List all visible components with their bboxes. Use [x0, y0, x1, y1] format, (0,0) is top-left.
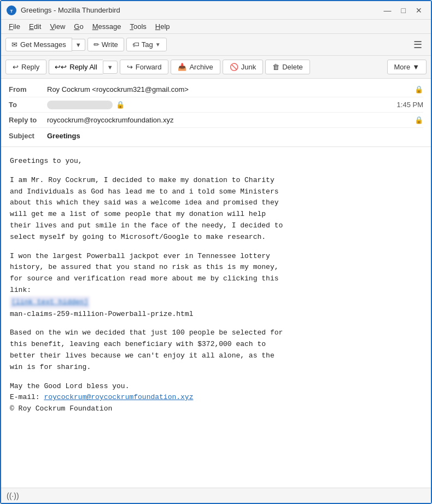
menu-go[interactable]: Go [71, 21, 86, 32]
forward-button[interactable]: ↪ Forward [120, 60, 169, 74]
from-row: From Roy Cockrum <roycockrum321@gmail.co… [9, 82, 423, 97]
to-row: To 🔒 1:45 PM [9, 97, 423, 113]
junk-icon: 🚫 [230, 63, 238, 71]
email-header: From Roy Cockrum <roycockrum321@gmail.co… [1, 79, 431, 147]
reply-to-row: Reply to roycockrum@roycockrumfoundation… [9, 113, 423, 128]
subject-label: Subject [9, 132, 47, 140]
reply-button[interactable]: ↩ Reply [5, 60, 46, 74]
write-label: Write [102, 40, 118, 49]
more-label: More [394, 63, 411, 71]
email-link[interactable]: roycockrum@roycockrumfoundation.xyz [44, 393, 193, 401]
delete-icon: 🗑 [272, 63, 279, 71]
get-messages-label: Get Messages [20, 40, 66, 49]
get-messages-dropdown[interactable]: ▼ [72, 39, 85, 51]
menu-file[interactable]: File [5, 21, 24, 32]
to-label: To [9, 101, 47, 109]
maximize-button[interactable]: □ [398, 5, 409, 16]
link-url: man-claims-259-million-Powerball-prize.h… [10, 310, 193, 318]
body-paragraph-1: I am Mr. Roy Cockrum, I decided to make … [10, 175, 422, 243]
reply-to-value: roycockrum@roycockrumfoundation.xyz [47, 116, 411, 124]
copyright: © Roy Cockrum Foundation [10, 405, 112, 413]
subject-row: Subject Greetings [9, 128, 423, 143]
window-title: Greetings - Mozilla Thunderbird [21, 6, 120, 14]
greeting-line: Greetings to you, [10, 156, 422, 167]
reply-icon: ↩ [13, 63, 19, 71]
menu-view[interactable]: View [46, 21, 68, 32]
tag-button[interactable]: 🏷 Tag ▼ [126, 38, 167, 51]
archive-button[interactable]: 📥 Archive [171, 60, 220, 74]
minimize-button[interactable]: — [381, 5, 395, 16]
title-bar-left: T Greetings - Mozilla Thunderbird [7, 5, 120, 15]
to-security-icon[interactable]: 🔒 [116, 101, 125, 109]
reply-all-label: Reply All [69, 63, 97, 71]
reply-all-dropdown[interactable]: ▼ [103, 61, 118, 74]
close-button[interactable]: ✕ [412, 5, 425, 16]
forward-label: Forward [136, 63, 162, 71]
body-paragraph-2: I won the largest Powerball jackpot ever… [10, 251, 422, 320]
delete-label: Delete [282, 63, 303, 71]
from-security-icon[interactable]: 🔒 [415, 85, 423, 93]
closing-line: May the Good Lord bless you. E-mail: roy… [10, 381, 422, 415]
reply-all-group: ↩↩ Reply All ▼ [49, 60, 117, 74]
menu-edit[interactable]: Edit [26, 21, 44, 32]
status-icon: ((·)) [7, 491, 19, 500]
reply-to-security-icon[interactable]: 🔒 [415, 116, 423, 124]
to-value-blurred [47, 101, 113, 109]
main-window: T Greetings - Mozilla Thunderbird — □ ✕ … [0, 0, 432, 504]
get-messages-button[interactable]: ✉ Get Messages [5, 38, 72, 51]
blurred-link[interactable]: [link text hidden] [10, 296, 90, 309]
email-body: Greetings to you, I am Mr. Roy Cockrum, … [1, 147, 431, 488]
svg-text:T: T [10, 9, 13, 14]
title-bar: T Greetings - Mozilla Thunderbird — □ ✕ [1, 1, 431, 20]
menu-message[interactable]: Message [89, 21, 125, 32]
body-paragraph-3: Based on the win we decided that just 10… [10, 327, 422, 373]
forward-icon: ↪ [127, 63, 133, 71]
menu-help[interactable]: Help [152, 21, 173, 32]
from-label: From [9, 85, 47, 93]
app-icon: T [7, 5, 16, 15]
archive-label: Archive [189, 63, 213, 71]
tag-label: Tag [142, 40, 153, 49]
envelope-icon: ✉ [11, 40, 17, 49]
write-button[interactable]: ✏ Write [87, 38, 124, 51]
hamburger-button[interactable]: ☰ [409, 37, 427, 53]
get-messages-group: ✉ Get Messages ▼ [5, 38, 85, 51]
junk-button[interactable]: 🚫 Junk [223, 60, 263, 74]
archive-icon: 📥 [178, 63, 186, 71]
tag-icon: 🏷 [132, 40, 139, 49]
action-bar-inner: ↩ Reply ↩↩ Reply All ▼ ↪ Forward 📥 Archi… [5, 60, 427, 74]
subject-value: Greetings [47, 132, 80, 140]
status-bar: ((·)) [1, 488, 431, 503]
delete-button[interactable]: 🗑 Delete [265, 60, 310, 74]
junk-label: Junk [241, 63, 256, 71]
more-button[interactable]: More ▼ [387, 60, 427, 74]
action-bar: ↩ Reply ↩↩ Reply All ▼ ↪ Forward 📥 Archi… [1, 56, 431, 79]
tag-dropdown-arrow: ▼ [155, 42, 161, 48]
toolbar: ✉ Get Messages ▼ ✏ Write 🏷 Tag ▼ ☰ [1, 34, 431, 56]
email-time: 1:45 PM [397, 101, 423, 109]
menu-tools[interactable]: Tools [126, 21, 149, 32]
reply-label: Reply [21, 63, 39, 71]
reply-all-icon: ↩↩ [55, 63, 67, 71]
more-arrow: ▼ [412, 63, 419, 71]
reply-all-button[interactable]: ↩↩ Reply All [49, 60, 103, 74]
window-controls: — □ ✕ [381, 5, 425, 16]
pencil-icon: ✏ [94, 40, 100, 49]
from-value: Roy Cockrum <roycockrum321@gmail.com> [47, 85, 411, 93]
reply-to-label: Reply to [9, 116, 47, 124]
menu-bar: File Edit View Go Message Tools Help [1, 20, 431, 34]
